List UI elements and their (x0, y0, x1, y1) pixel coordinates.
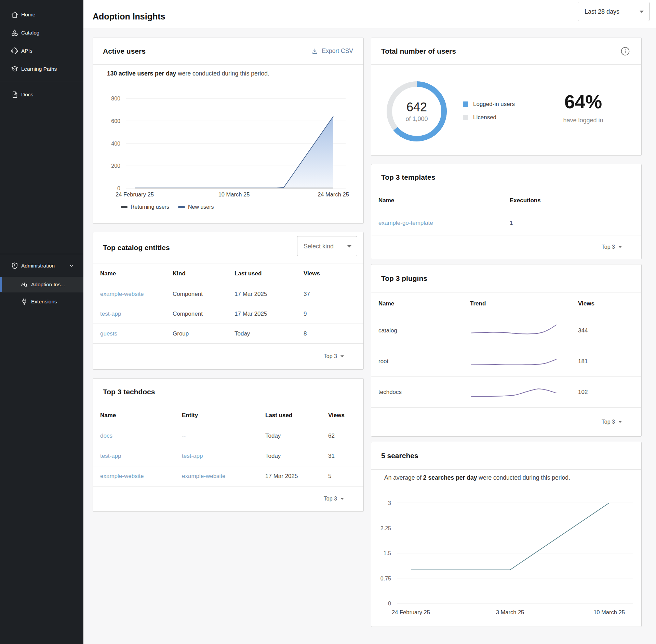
chart-legend: Returning usersNew users (121, 201, 214, 213)
plugin-views: 344 (578, 327, 641, 334)
catalog-icon (11, 29, 19, 37)
legend-item-logged-in: Logged-in users (463, 99, 515, 110)
card-header: Total number of users (371, 38, 641, 65)
sidebar-divider (0, 254, 83, 254)
column-header: Views (304, 270, 363, 277)
table-cell: -- (182, 433, 265, 439)
entity-link[interactable]: example-website (100, 291, 144, 297)
kind-select[interactable]: Select kind (297, 236, 357, 256)
entity-link[interactable]: test-app (182, 453, 203, 459)
column-header: Views (328, 412, 363, 419)
plugin-name: techdocs (371, 389, 470, 396)
rows-count-dropdown[interactable]: Top 3 (602, 235, 622, 259)
legend-label: New users (188, 204, 214, 210)
period-select[interactable]: Last 28 days (578, 2, 650, 21)
top-catalog-entities-card: Top catalog entities Select kind NameKin… (93, 232, 364, 370)
table-row: guestsGroupToday8 (93, 324, 363, 344)
chevron-down-icon (639, 10, 644, 13)
sidebar-item-label: Home (21, 12, 35, 18)
rows-count-label: Top 3 (602, 244, 615, 250)
sidebar-item-extensions[interactable]: Extensions (0, 294, 83, 310)
rows-count-dropdown[interactable]: Top 3 (324, 486, 344, 511)
table-cell: 62 (328, 433, 363, 439)
card-title: Active users (103, 47, 146, 55)
plugin-name: catalog (371, 327, 470, 334)
legend-swatch (463, 115, 468, 120)
legend-swatch (178, 206, 185, 208)
table-cell: Today (265, 433, 328, 439)
column-header: Name (93, 412, 182, 419)
sidebar-item-home[interactable]: Home (0, 7, 83, 23)
learning-paths-icon (11, 65, 19, 73)
export-csv-button[interactable]: Export CSV (311, 47, 353, 55)
table-row: docs--Today62 (93, 426, 363, 446)
table-cell: 8 (304, 330, 363, 337)
sidebar-item-learning-paths[interactable]: Learning Paths (0, 61, 83, 77)
plugin-trend-sparkline (470, 384, 578, 400)
sidebar-item-label: Docs (21, 92, 33, 98)
top-techdocs-card: Top 3 techdocs NameEntityLast usedViewsd… (93, 378, 364, 512)
table-row: test-appComponent17 Mar 20259 (93, 304, 363, 324)
entity-link[interactable]: test-app (100, 453, 121, 459)
apis-icon (11, 47, 19, 55)
entity-link[interactable]: example-website (100, 473, 144, 479)
sidebar-admin-section: AdministrationAdoption Ins...Extensions (0, 254, 83, 311)
svg-text:3: 3 (388, 500, 391, 506)
sidebar-item-catalog[interactable]: Catalog (0, 25, 83, 41)
kind-select-placeholder: Select kind (304, 243, 334, 250)
table-row: catalog344 (371, 315, 641, 346)
table-row: example-websiteComponent17 Mar 202537 (93, 284, 363, 304)
chevron-down-icon (68, 262, 75, 269)
table-header-row: NameEntityLast usedViews (93, 405, 363, 426)
table-cell: test-app (93, 453, 182, 460)
table-cell: 5 (328, 473, 363, 480)
logged-in-percent: 64% (532, 93, 634, 111)
column-header: Name (371, 197, 510, 204)
caret-down-icon (618, 246, 622, 248)
entity-link[interactable]: test-app (100, 311, 121, 317)
info-icon[interactable] (620, 46, 630, 56)
rows-count-dropdown[interactable]: Top 3 (324, 343, 344, 369)
legend-swatch (121, 206, 128, 208)
home-icon (11, 11, 19, 19)
plugin-name: root (371, 358, 470, 365)
table-cell: Today (265, 453, 328, 460)
plugin-views: 102 (578, 389, 641, 396)
svg-text:24 February 25: 24 February 25 (116, 191, 154, 197)
column-header: Name (371, 300, 470, 307)
sidebar-item-docs[interactable]: Docs (0, 87, 83, 102)
card-title: Top 3 templates (381, 173, 435, 181)
table-cell: example-website (182, 473, 265, 480)
table-row: techdocs102 (371, 377, 641, 408)
rows-count-dropdown[interactable]: Top 3 (602, 407, 622, 436)
adoption-insights-icon (20, 280, 28, 289)
sidebar-item-administration[interactable]: Administration (0, 258, 83, 273)
svg-text:24 March 25: 24 March 25 (318, 191, 349, 197)
card-header: Top 3 templates (371, 164, 641, 190)
percent-caption: have logged in (532, 117, 634, 124)
chevron-down-icon (347, 245, 352, 248)
sidebar-item-apis[interactable]: APIs (0, 43, 83, 59)
active-users-chart: 020040060080024 February 2510 March 2524… (93, 93, 364, 205)
entity-link[interactable]: example-website (182, 473, 226, 479)
total-users-card: Total number of users 642 of 1,000 Logge… (371, 38, 642, 156)
entity-link[interactable]: guests (100, 330, 117, 337)
column-header: Name (93, 270, 173, 277)
sidebar-item-adoption-ins[interactable]: Adoption Ins... (0, 277, 83, 292)
legend-label: Licensed (473, 114, 496, 121)
card-title: Total number of users (381, 47, 456, 55)
entity-link[interactable]: docs (100, 433, 112, 439)
table-header-row: NameKindLast usedViews (93, 263, 363, 284)
table-cell: Group (173, 330, 235, 337)
searches-card: 5 searches An average of 2 searches per … (371, 442, 642, 627)
table-row: root181 (371, 346, 641, 377)
svg-text:1.5: 1.5 (384, 550, 391, 556)
legend-item-returning-users: Returning users (121, 204, 169, 210)
entity-link[interactable]: example-go-template (378, 220, 433, 226)
card-title: Top 3 plugins (381, 274, 427, 283)
table-cell: test-app (93, 311, 173, 317)
svg-text:2.25: 2.25 (380, 525, 391, 531)
card-title: 5 searches (381, 452, 418, 460)
logged-in-count: 642 (406, 100, 427, 114)
catalog-entities-table: NameKindLast usedViewsexample-websiteCom… (93, 263, 363, 344)
